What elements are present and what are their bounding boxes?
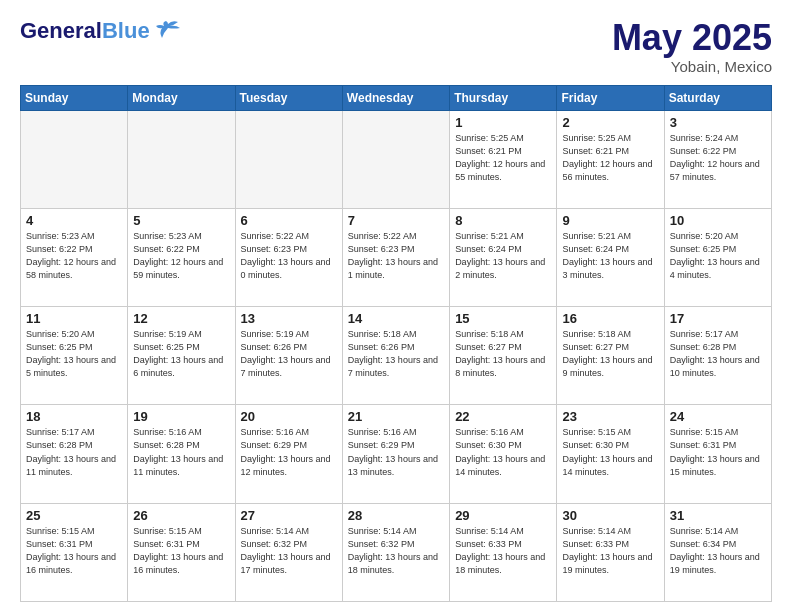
header: GeneralBlue May 2025 Yobain, Mexico: [20, 18, 772, 75]
day-number: 8: [455, 213, 551, 228]
calendar-day-cell: [128, 110, 235, 208]
day-info: Sunrise: 5:14 AMSunset: 6:33 PMDaylight:…: [562, 525, 658, 577]
day-number: 16: [562, 311, 658, 326]
logo-blue: Blue: [102, 18, 150, 43]
calendar-day-header: Thursday: [450, 85, 557, 110]
calendar-day-cell: 6Sunrise: 5:22 AMSunset: 6:23 PMDaylight…: [235, 208, 342, 306]
calendar-day-cell: 13Sunrise: 5:19 AMSunset: 6:26 PMDayligh…: [235, 307, 342, 405]
logo-bird-icon: [154, 20, 182, 42]
calendar-day-cell: 4Sunrise: 5:23 AMSunset: 6:22 PMDaylight…: [21, 208, 128, 306]
calendar-day-header: Tuesday: [235, 85, 342, 110]
day-number: 12: [133, 311, 229, 326]
calendar-day-cell: 25Sunrise: 5:15 AMSunset: 6:31 PMDayligh…: [21, 503, 128, 601]
day-number: 24: [670, 409, 766, 424]
subtitle: Yobain, Mexico: [612, 58, 772, 75]
day-number: 2: [562, 115, 658, 130]
day-number: 15: [455, 311, 551, 326]
day-info: Sunrise: 5:16 AMSunset: 6:29 PMDaylight:…: [348, 426, 444, 478]
calendar-day-cell: 14Sunrise: 5:18 AMSunset: 6:26 PMDayligh…: [342, 307, 449, 405]
calendar-day-cell: 19Sunrise: 5:16 AMSunset: 6:28 PMDayligh…: [128, 405, 235, 503]
day-number: 18: [26, 409, 122, 424]
day-info: Sunrise: 5:19 AMSunset: 6:26 PMDaylight:…: [241, 328, 337, 380]
day-number: 27: [241, 508, 337, 523]
day-number: 9: [562, 213, 658, 228]
main-title: May 2025: [612, 18, 772, 58]
calendar-day-cell: 5Sunrise: 5:23 AMSunset: 6:22 PMDaylight…: [128, 208, 235, 306]
day-info: Sunrise: 5:15 AMSunset: 6:30 PMDaylight:…: [562, 426, 658, 478]
day-info: Sunrise: 5:14 AMSunset: 6:32 PMDaylight:…: [348, 525, 444, 577]
calendar-day-cell: 24Sunrise: 5:15 AMSunset: 6:31 PMDayligh…: [664, 405, 771, 503]
day-info: Sunrise: 5:18 AMSunset: 6:27 PMDaylight:…: [455, 328, 551, 380]
day-number: 23: [562, 409, 658, 424]
day-number: 11: [26, 311, 122, 326]
day-number: 1: [455, 115, 551, 130]
day-number: 29: [455, 508, 551, 523]
calendar-day-cell: 16Sunrise: 5:18 AMSunset: 6:27 PMDayligh…: [557, 307, 664, 405]
calendar-day-cell: 18Sunrise: 5:17 AMSunset: 6:28 PMDayligh…: [21, 405, 128, 503]
logo: GeneralBlue: [20, 18, 182, 44]
day-number: 19: [133, 409, 229, 424]
calendar-week-row: 18Sunrise: 5:17 AMSunset: 6:28 PMDayligh…: [21, 405, 772, 503]
calendar-day-cell: 20Sunrise: 5:16 AMSunset: 6:29 PMDayligh…: [235, 405, 342, 503]
calendar-week-row: 11Sunrise: 5:20 AMSunset: 6:25 PMDayligh…: [21, 307, 772, 405]
calendar-day-cell: 11Sunrise: 5:20 AMSunset: 6:25 PMDayligh…: [21, 307, 128, 405]
day-info: Sunrise: 5:15 AMSunset: 6:31 PMDaylight:…: [26, 525, 122, 577]
calendar-day-cell: 8Sunrise: 5:21 AMSunset: 6:24 PMDaylight…: [450, 208, 557, 306]
day-info: Sunrise: 5:20 AMSunset: 6:25 PMDaylight:…: [26, 328, 122, 380]
calendar-day-header: Saturday: [664, 85, 771, 110]
day-number: 17: [670, 311, 766, 326]
day-number: 22: [455, 409, 551, 424]
calendar-day-cell: 29Sunrise: 5:14 AMSunset: 6:33 PMDayligh…: [450, 503, 557, 601]
calendar-day-cell: [342, 110, 449, 208]
calendar-day-cell: 31Sunrise: 5:14 AMSunset: 6:34 PMDayligh…: [664, 503, 771, 601]
calendar-day-cell: 2Sunrise: 5:25 AMSunset: 6:21 PMDaylight…: [557, 110, 664, 208]
page: GeneralBlue May 2025 Yobain, Mexico Sund…: [0, 0, 792, 612]
day-number: 31: [670, 508, 766, 523]
calendar-day-cell: 9Sunrise: 5:21 AMSunset: 6:24 PMDaylight…: [557, 208, 664, 306]
logo-general: General: [20, 18, 102, 43]
day-number: 30: [562, 508, 658, 523]
day-number: 13: [241, 311, 337, 326]
day-info: Sunrise: 5:17 AMSunset: 6:28 PMDaylight:…: [670, 328, 766, 380]
calendar-week-row: 25Sunrise: 5:15 AMSunset: 6:31 PMDayligh…: [21, 503, 772, 601]
day-number: 6: [241, 213, 337, 228]
day-info: Sunrise: 5:16 AMSunset: 6:28 PMDaylight:…: [133, 426, 229, 478]
calendar-week-row: 4Sunrise: 5:23 AMSunset: 6:22 PMDaylight…: [21, 208, 772, 306]
day-info: Sunrise: 5:20 AMSunset: 6:25 PMDaylight:…: [670, 230, 766, 282]
day-info: Sunrise: 5:17 AMSunset: 6:28 PMDaylight:…: [26, 426, 122, 478]
calendar-header-row: SundayMondayTuesdayWednesdayThursdayFrid…: [21, 85, 772, 110]
calendar-day-header: Friday: [557, 85, 664, 110]
calendar-day-cell: 27Sunrise: 5:14 AMSunset: 6:32 PMDayligh…: [235, 503, 342, 601]
calendar-day-cell: 23Sunrise: 5:15 AMSunset: 6:30 PMDayligh…: [557, 405, 664, 503]
calendar-day-cell: 21Sunrise: 5:16 AMSunset: 6:29 PMDayligh…: [342, 405, 449, 503]
day-number: 21: [348, 409, 444, 424]
day-number: 14: [348, 311, 444, 326]
day-info: Sunrise: 5:14 AMSunset: 6:34 PMDaylight:…: [670, 525, 766, 577]
day-number: 7: [348, 213, 444, 228]
day-number: 25: [26, 508, 122, 523]
day-info: Sunrise: 5:24 AMSunset: 6:22 PMDaylight:…: [670, 132, 766, 184]
day-info: Sunrise: 5:14 AMSunset: 6:32 PMDaylight:…: [241, 525, 337, 577]
calendar-day-cell: 28Sunrise: 5:14 AMSunset: 6:32 PMDayligh…: [342, 503, 449, 601]
calendar-day-cell: 12Sunrise: 5:19 AMSunset: 6:25 PMDayligh…: [128, 307, 235, 405]
day-info: Sunrise: 5:16 AMSunset: 6:29 PMDaylight:…: [241, 426, 337, 478]
day-info: Sunrise: 5:15 AMSunset: 6:31 PMDaylight:…: [133, 525, 229, 577]
calendar-day-header: Wednesday: [342, 85, 449, 110]
calendar-day-header: Monday: [128, 85, 235, 110]
day-number: 20: [241, 409, 337, 424]
day-info: Sunrise: 5:21 AMSunset: 6:24 PMDaylight:…: [562, 230, 658, 282]
day-info: Sunrise: 5:25 AMSunset: 6:21 PMDaylight:…: [562, 132, 658, 184]
day-info: Sunrise: 5:22 AMSunset: 6:23 PMDaylight:…: [241, 230, 337, 282]
day-info: Sunrise: 5:16 AMSunset: 6:30 PMDaylight:…: [455, 426, 551, 478]
calendar-week-row: 1Sunrise: 5:25 AMSunset: 6:21 PMDaylight…: [21, 110, 772, 208]
day-info: Sunrise: 5:21 AMSunset: 6:24 PMDaylight:…: [455, 230, 551, 282]
calendar-day-cell: 26Sunrise: 5:15 AMSunset: 6:31 PMDayligh…: [128, 503, 235, 601]
day-info: Sunrise: 5:18 AMSunset: 6:26 PMDaylight:…: [348, 328, 444, 380]
day-info: Sunrise: 5:18 AMSunset: 6:27 PMDaylight:…: [562, 328, 658, 380]
calendar-day-cell: 3Sunrise: 5:24 AMSunset: 6:22 PMDaylight…: [664, 110, 771, 208]
calendar-day-cell: 22Sunrise: 5:16 AMSunset: 6:30 PMDayligh…: [450, 405, 557, 503]
calendar-day-cell: 30Sunrise: 5:14 AMSunset: 6:33 PMDayligh…: [557, 503, 664, 601]
title-block: May 2025 Yobain, Mexico: [612, 18, 772, 75]
day-info: Sunrise: 5:14 AMSunset: 6:33 PMDaylight:…: [455, 525, 551, 577]
day-number: 10: [670, 213, 766, 228]
